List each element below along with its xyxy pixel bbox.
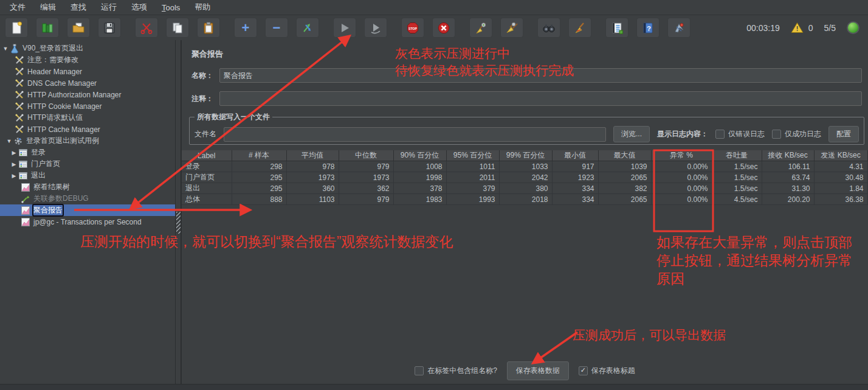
tree-item-HTTP Authorization Manager[interactable]: HTTP Authorization Manager <box>0 89 175 100</box>
tree-item-注意：需要修改[interactable]: 注意：需要修改 <box>0 54 175 66</box>
clear-all-icon <box>505 21 518 35</box>
toolbar-cut-button[interactable] <box>135 18 158 38</box>
cell: 1103 <box>286 194 339 205</box>
tree-collapsed-arrow-icon[interactable]: ▶ <box>10 161 18 167</box>
save-table-header-checkbox-box[interactable] <box>579 366 588 375</box>
browse-button[interactable]: 浏览... <box>613 126 650 142</box>
save-table-header-checkbox[interactable]: 保存表格标题 <box>579 366 635 376</box>
success-only-checkbox-box[interactable] <box>772 130 781 139</box>
toolbar-search-button[interactable] <box>537 18 560 38</box>
divider-grip-icon[interactable] <box>176 212 181 234</box>
tree-item-登录首页退出测试用例[interactable]: ▼登录首页退出测试用例 <box>0 135 175 147</box>
toolbar-function-helper-button[interactable] <box>605 18 629 38</box>
toolbar-expand-all-button[interactable]: + <box>234 18 257 38</box>
toolbar-search-reset-button[interactable] <box>568 18 591 38</box>
tree-collapsed-arrow-icon[interactable]: ▶ <box>10 173 18 179</box>
config-wrench-icon <box>15 90 24 100</box>
test-plan-tree: ▼V90_登录首页退出注意：需要修改Header ManagerDNS Cach… <box>0 40 175 385</box>
configure-button[interactable]: 配置 <box>828 126 859 142</box>
open-template-icon <box>41 21 54 35</box>
toolbar-clear-all-button[interactable] <box>500 18 523 38</box>
toolbar-shutdown-button[interactable] <box>432 18 455 38</box>
toggle-icon <box>301 21 314 35</box>
cell: 382 <box>598 183 651 194</box>
tree-item-登录[interactable]: ▶登录 <box>0 147 175 158</box>
menu-查找[interactable]: 查找 <box>63 2 94 13</box>
cell: 978 <box>286 161 339 172</box>
tree-expanded-arrow-icon[interactable]: ▼ <box>5 138 13 144</box>
new-file-icon <box>10 21 23 35</box>
listener-chart-icon <box>21 183 30 192</box>
toolbar-stop-button[interactable]: STOP <box>401 18 424 38</box>
tree-item-label: HTTP Cache Manager <box>27 125 100 134</box>
toolbar-help-button[interactable]: ? <box>636 18 660 38</box>
listener-chart-icon <box>21 217 30 227</box>
active-threads-count: 5/5 <box>824 23 836 33</box>
config-wrench-icon <box>15 113 24 123</box>
toolbar-paste-button[interactable] <box>197 18 220 38</box>
split-divider[interactable] <box>175 40 181 385</box>
tree-item-聚合报告[interactable]: 聚合报告 <box>0 204 175 216</box>
tree-item-HTTP请求默认值[interactable]: HTTP请求默认值 <box>0 112 175 124</box>
toolbar-collapse-all-button[interactable]: − <box>265 18 288 38</box>
cell: 1923 <box>552 172 598 183</box>
toolbar-new-file-button[interactable] <box>5 18 28 38</box>
toolbar-buttons: +−STOP? <box>5 18 698 38</box>
plugins-icon <box>672 21 686 35</box>
include-group-name-checkbox-box[interactable] <box>415 366 424 375</box>
tree-item-Header Manager[interactable]: Header Manager <box>0 66 175 77</box>
tree-item-jp@gc - Transactions per Second[interactable]: jp@gc - Transactions per Second <box>0 216 175 228</box>
tree-item-HTTP Cookie Manager[interactable]: HTTP Cookie Manager <box>0 100 175 112</box>
menu-编辑[interactable]: 编辑 <box>33 2 63 13</box>
column-header-异常 %: 异常 % <box>651 150 712 161</box>
toolbar-start-button[interactable] <box>333 18 356 38</box>
error-warning-indicator[interactable]: ! 0 <box>791 22 813 33</box>
cell: 0.00% <box>651 183 712 194</box>
errors-only-checkbox[interactable]: 仅错误日志 <box>715 129 765 139</box>
tree-item-察看结果树[interactable]: 察看结果树 <box>0 181 175 193</box>
cell: 378 <box>393 183 446 194</box>
toolbar-save-button[interactable] <box>98 18 121 38</box>
tree-item-V90_登录首页退出[interactable]: ▼V90_登录首页退出 <box>0 43 175 54</box>
menu-选项[interactable]: 选项 <box>124 2 154 13</box>
menu-Tools[interactable]: Tools <box>154 3 187 12</box>
cell: 106.11 <box>762 161 814 172</box>
filename-input[interactable] <box>224 127 606 142</box>
toolbar-open-file-button[interactable] <box>67 18 90 38</box>
name-input[interactable] <box>219 68 862 83</box>
toolbar-copy-button[interactable] <box>166 18 189 38</box>
tree-item-HTTP Cache Manager[interactable]: HTTP Cache Manager <box>0 124 175 135</box>
include-group-name-checkbox[interactable]: 在标签中包含组名称? <box>415 366 497 376</box>
toolbar-clear-button[interactable] <box>469 18 492 38</box>
cut-icon <box>140 21 153 35</box>
toolbar-start-no-pauses-button[interactable] <box>364 18 387 38</box>
config-wrench-icon <box>15 67 24 77</box>
tree-item-DNS Cache Manager[interactable]: DNS Cache Manager <box>0 77 175 89</box>
tree-item-label: HTTP请求默认值 <box>27 113 83 123</box>
tree-item-门户首页[interactable]: ▶门户首页 <box>0 158 175 170</box>
comment-input[interactable] <box>219 91 862 106</box>
menu-帮助[interactable]: 帮助 <box>187 2 218 13</box>
toolbar-toggle-button[interactable] <box>296 18 319 38</box>
filename-label: 文件名 <box>195 129 216 139</box>
tree-collapsed-arrow-icon[interactable]: ▶ <box>10 150 18 156</box>
success-only-checkbox[interactable]: 仅成功日志 <box>772 129 821 139</box>
cell: 1983 <box>393 194 446 205</box>
include-group-name-label: 在标签中包含组名称? <box>427 366 497 376</box>
test-state-indicator <box>847 21 859 34</box>
success-only-label: 仅成功日志 <box>785 129 821 139</box>
cell: 298 <box>232 161 286 172</box>
menu-运行[interactable]: 运行 <box>94 2 124 13</box>
cell: 1.5/sec <box>712 161 762 172</box>
tree-expanded-arrow-icon[interactable]: ▼ <box>1 46 10 52</box>
errors-only-checkbox-box[interactable] <box>715 130 725 139</box>
column-header-接收 KB/sec: 接收 KB/sec <box>762 150 814 161</box>
toolbar-open-template-button[interactable] <box>36 18 59 38</box>
tree-item-关联参数DEBUG[interactable]: 关联参数DEBUG <box>0 193 175 204</box>
save-table-data-button[interactable]: 保存表格数据 <box>507 361 569 380</box>
start-no-pauses-icon <box>369 21 382 35</box>
tree-item-label: DNS Cache Manager <box>27 79 97 88</box>
tree-item-退出[interactable]: ▶退出 <box>0 170 175 181</box>
menu-文件[interactable]: 文件 <box>2 2 33 13</box>
toolbar-plugins-button[interactable] <box>667 18 691 38</box>
